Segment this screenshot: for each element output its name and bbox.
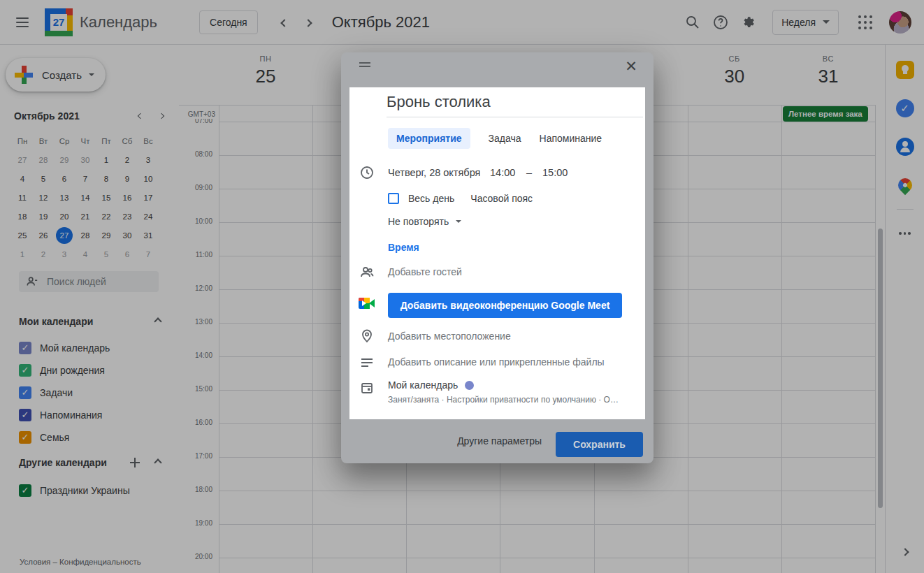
chevron-down-icon — [456, 220, 461, 223]
add-meet-button[interactable]: Добавить видеоконференцию Google Meet — [388, 293, 622, 318]
guests-icon — [359, 264, 375, 281]
google-meet-icon — [359, 295, 375, 312]
dialog-content: Бронь столика МероприятиеЗадачаНапоминан… — [349, 87, 645, 419]
all-day-checkbox[interactable] — [388, 193, 399, 204]
recurrence-dropdown[interactable]: Не повторять — [388, 216, 461, 227]
tab-item[interactable]: Напоминание — [540, 128, 602, 149]
timezone-link[interactable]: Часовой пояс — [470, 193, 533, 204]
close-icon[interactable]: ✕ — [620, 55, 642, 78]
calendar-color-dot — [465, 381, 474, 390]
find-time-link[interactable]: Время — [388, 242, 419, 253]
calendar-name: Мой календарь — [388, 379, 458, 391]
event-create-dialog: ✕ Бронь столика МероприятиеЗадачаНапомин… — [341, 52, 654, 463]
add-guests-field[interactable]: Добавьте гостей — [388, 266, 462, 277]
event-start-time[interactable]: 14:00 — [490, 167, 526, 178]
time-dash: – — [526, 167, 542, 178]
drag-handle-icon[interactable] — [359, 62, 370, 69]
calendar-settings-summary: Занят/занята · Настройки приватности по … — [388, 395, 636, 405]
all-day-label: Весь день — [408, 193, 454, 204]
tab-item[interactable]: Задача — [489, 128, 521, 149]
all-day-row: Весь день Часовой пояс — [388, 190, 533, 207]
save-button[interactable]: Сохранить — [556, 432, 643, 457]
recurrence-label: Не повторять — [388, 216, 449, 227]
add-location-field[interactable]: Добавить местоположение — [388, 331, 511, 342]
event-end-time[interactable]: 15:00 — [542, 167, 568, 178]
event-date[interactable]: Четверг, 28 октября — [388, 167, 490, 178]
add-description-field[interactable]: Добавить описание или прикрепленные файл… — [388, 356, 605, 368]
event-title-input[interactable]: Бронь столика — [387, 92, 643, 117]
tab-selected[interactable]: Мероприятие — [388, 128, 470, 149]
calendar-select-icon — [359, 379, 375, 396]
event-datetime[interactable]: Четверг, 28 октября 14:00 – 15:00 — [388, 165, 568, 180]
location-pin-icon — [359, 328, 375, 344]
clock-icon — [359, 164, 375, 181]
calendar-selector[interactable]: Мой календарь — [388, 379, 474, 391]
event-type-tabs: МероприятиеЗадачаНапоминание — [388, 128, 602, 149]
description-icon — [359, 355, 375, 372]
more-options-button[interactable]: Другие параметры — [457, 435, 542, 447]
